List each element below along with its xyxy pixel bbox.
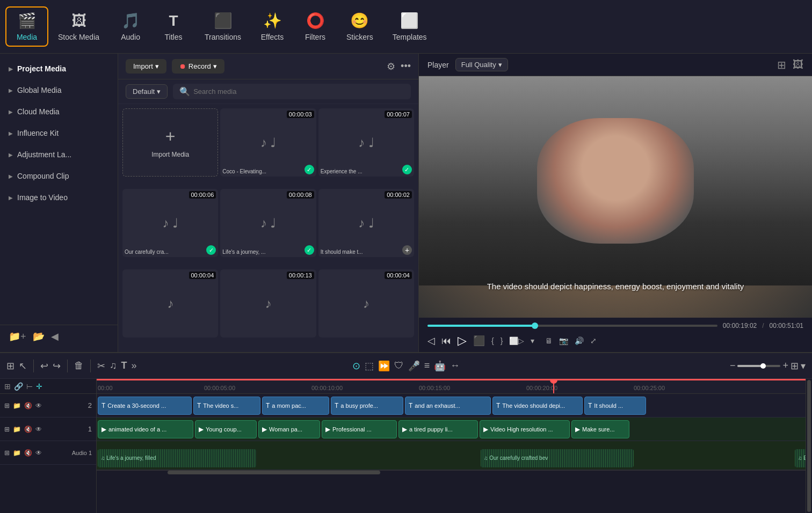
sidebar-item-compound-clip[interactable]: ▶ Compound Clip [0,165,118,187]
stop-button[interactable]: ⬛ [473,335,485,347]
track1-eye-icon[interactable]: 👁 [35,426,42,433]
timeline-layout2-button[interactable]: ⊙ [352,360,360,372]
tl-clip-video-s[interactable]: T The video s... [193,397,260,415]
play-button[interactable]: ▷ [458,334,467,348]
clip-insert-button[interactable]: ⬜▷ [509,336,524,345]
default-dropdown[interactable]: Default ▾ [126,84,168,99]
timeline-scrollbar-thumb[interactable] [168,471,380,474]
timeline-cursor-button[interactable]: ↖ [19,360,27,372]
folder-icon[interactable]: 📂 [33,331,45,342]
ai-button[interactable]: 🤖 [434,360,446,372]
media-item-itshould[interactable]: 00:00:02 ♪ ♩ + It should make t... [318,189,414,257]
cut-button[interactable]: ✂ [97,360,105,372]
nav-item-effects[interactable]: ✨ Effects [251,8,294,46]
tl-clip-exhaust[interactable]: T and an exhaust... [405,397,491,415]
split-icon[interactable]: ⊢ [26,382,33,391]
nav-item-media[interactable]: 🎬 Media [5,6,48,47]
grid-view-icon[interactable]: ⊞ [777,58,786,71]
audio1-folder-icon[interactable]: 📁 [13,449,21,457]
tl-clip-professional[interactable]: ▶ Professional ... [322,420,397,438]
tl-clip-animated[interactable]: ▶ animated video of a ... [98,420,193,438]
import-button[interactable]: Import ▾ [126,59,166,74]
media-item-row3c[interactable]: 00:00:04 ♪ [318,269,414,338]
tl-clip-lifes-audio[interactable]: ♫ Life's a journey, filled [98,449,256,467]
vertical-scroll-thumb[interactable] [807,380,811,512]
volume-button[interactable]: 🔊 [575,336,584,345]
sidebar-item-image-to-video[interactable]: ▶ Image to Video [0,187,118,208]
nav-item-filters[interactable]: ⭕ Filters [294,8,337,46]
text-button[interactable]: T [121,360,127,371]
nav-item-transitions[interactable]: ⬛ Transitions [195,8,251,46]
zoom-slider[interactable] [737,365,780,367]
media-item-lifes[interactable]: 00:00:08 ♪ ♩ ✓ Life's a journey, ... [220,189,316,257]
tl-clip-create[interactable]: T Create a 30-second ... [98,397,192,415]
media-item-our[interactable]: 00:00:06 ♪ ♩ ✓ Our carefully cra... [122,189,218,257]
import-media-item[interactable]: + Import Media [122,108,218,177]
tl-clip-busy[interactable]: T a busy profe... [331,397,403,415]
media-item-experience[interactable]: 00:00:07 ♪ ♩ ✓ Experience the ... [318,108,414,177]
magnet-icon[interactable]: ✛ [36,382,42,391]
timeline-content[interactable]: 00:00 00:00:05:00 00:00:10:00 00:00:15:0… [97,379,806,513]
track1-folder-icon[interactable]: 📁 [13,426,21,433]
progress-bar[interactable] [427,325,717,327]
zoom-out-button[interactable]: − [730,360,736,371]
crop-button[interactable]: ⬚ [365,360,374,372]
mark-out-button[interactable]: } [501,336,503,345]
audio-record-button[interactable]: 🎤 [408,360,420,372]
nav-item-templates[interactable]: ⬜ Templates [383,8,437,46]
step-back-button[interactable]: ◁ [427,335,435,347]
timeline-layout-button[interactable]: ⊞ [6,360,15,372]
audio1-eye-icon[interactable]: 👁 [35,449,42,457]
nav-item-stickers[interactable]: 😊 Stickers [337,8,383,46]
track2-record-icon[interactable]: ⊞ [4,402,10,409]
speed-button[interactable]: ⏩ [378,360,390,372]
sidebar-item-influence-kit[interactable]: ▶ Influence Kit [0,122,118,144]
grid-view-button[interactable]: ⊞ [791,360,799,372]
mark-in-button[interactable]: { [491,336,494,345]
track2-mute-icon[interactable]: 🔇 [24,402,32,409]
track2-eye-icon[interactable]: 👁 [35,402,42,409]
quality-dropdown[interactable]: Full Quality ▾ [455,58,508,71]
tl-clip-make-sure[interactable]: ▶ Make sure... [571,420,629,438]
track1-record-icon[interactable]: ⊞ [4,426,10,433]
redo-button[interactable]: ↪ [53,360,61,372]
media-item-row3b[interactable]: 00:00:13 ♪ [220,269,316,338]
nav-item-titles[interactable]: T Titles [152,8,195,46]
mask-button[interactable]: 🛡 [394,360,404,371]
timeline-vertical-scrollbar[interactable] [806,379,812,513]
adjust-button[interactable]: ↔ [450,360,460,371]
more2-button[interactable]: ▾ [801,360,806,372]
progress-handle[interactable] [532,323,538,329]
record-button[interactable]: ⏺ Record ▾ [172,59,224,74]
zoom-handle[interactable] [760,363,766,369]
text2-button[interactable]: ≡ [424,360,430,371]
audio1-record-icon[interactable]: ⊞ [4,449,10,457]
tl-clip-our-audio[interactable]: ♫ Our carefully crafted bev [481,449,634,467]
image-view-icon[interactable]: 🖼 [793,58,803,71]
audio-button[interactable]: ♫ [110,360,117,371]
filter-sort-icon[interactable]: ⚙ [387,61,395,72]
chevron-down-button[interactable]: ▾ [531,336,534,345]
undo-button[interactable]: ↩ [40,360,48,372]
add-track-icon[interactable]: ⊞ [4,382,11,391]
search-input[interactable] [193,87,404,96]
audio1-mute-icon[interactable]: 🔇 [24,449,32,457]
export-frame-button[interactable]: 🖥 [545,336,553,345]
tl-clip-it-should[interactable]: T It should ... [584,397,646,415]
track1-mute-icon[interactable]: 🔇 [24,426,32,433]
tl-clip-video-depi[interactable]: T The video should depi... [492,397,583,415]
sidebar-item-global-media[interactable]: ▶ Global Media [0,79,118,101]
media-item-row3a[interactable]: 00:00:04 ♪ [122,269,218,338]
timeline-scrollbar[interactable] [97,470,806,474]
tl-clip-young-coup[interactable]: ▶ Young coup... [195,420,257,438]
tl-clip-mom[interactable]: T a mom pac... [262,397,329,415]
more-options-icon[interactable]: ••• [401,61,411,72]
sidebar-item-cloud-media[interactable]: ▶ Cloud Media [0,101,118,122]
zoom-in-button[interactable]: + [782,360,788,371]
frame-back-button[interactable]: ⏮ [441,335,451,347]
more-button[interactable]: » [132,360,137,371]
nav-item-stock-media[interactable]: 🖼 Stock Media [48,8,109,46]
fullscreen-button[interactable]: ⤢ [590,336,597,345]
tl-clip-video-hires[interactable]: ▶ Video High resolution ... [480,420,570,438]
snapshot-button[interactable]: 📷 [559,336,568,345]
